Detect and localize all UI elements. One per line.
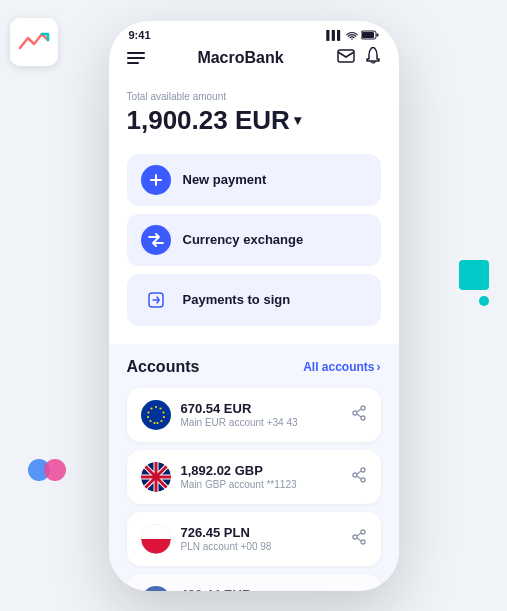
balance-caret[interactable]: ▾ bbox=[294, 112, 301, 128]
svg-point-19 bbox=[150, 407, 152, 409]
all-accounts-link[interactable]: All accounts › bbox=[303, 360, 380, 374]
share-icon-pln-main[interactable] bbox=[351, 529, 367, 548]
accounts-header: Accounts All accounts › bbox=[127, 358, 381, 376]
svg-line-45 bbox=[357, 533, 361, 536]
svg-point-12 bbox=[162, 415, 164, 417]
svg-point-35 bbox=[361, 468, 365, 472]
chevron-right-icon: › bbox=[377, 360, 381, 374]
phone-shell: 9:41 ▌▌▌ MacroBank Total available amoun… bbox=[109, 21, 399, 591]
battery-icon bbox=[361, 30, 379, 40]
payments-to-sign-button[interactable]: Payments to sign bbox=[127, 274, 381, 326]
account-info-gbp-main: 1,892.02 GBP Main GBP account **1123 bbox=[181, 463, 341, 490]
flag-gb bbox=[141, 462, 171, 492]
account-info-eur-2: 480.44 EUR EUR account +65 76 bbox=[181, 587, 341, 591]
balance-amount: 1,900.23 EUR ▾ bbox=[127, 105, 381, 136]
svg-rect-2 bbox=[362, 32, 374, 38]
payments-to-sign-icon bbox=[141, 285, 171, 315]
new-payment-label: New payment bbox=[183, 172, 267, 187]
svg-point-37 bbox=[361, 478, 365, 482]
app-title: MacroBank bbox=[197, 49, 283, 67]
svg-point-47 bbox=[142, 587, 170, 591]
flag-pl bbox=[141, 524, 171, 554]
share-icon-gbp-main[interactable] bbox=[351, 467, 367, 486]
accounts-title: Accounts bbox=[127, 358, 200, 376]
account-name-gbp-main: Main GBP account **1123 bbox=[181, 479, 341, 490]
account-amount-gbp-main: 1,892.02 GBP bbox=[181, 463, 341, 478]
deco-circles bbox=[28, 459, 66, 481]
svg-point-13 bbox=[160, 419, 162, 421]
svg-point-22 bbox=[361, 416, 365, 420]
account-amount-eur-2: 480.44 EUR bbox=[181, 587, 341, 591]
svg-point-44 bbox=[361, 540, 365, 544]
status-bar: 9:41 ▌▌▌ bbox=[109, 21, 399, 41]
account-amount-eur-main: 670.54 EUR bbox=[181, 401, 341, 416]
svg-point-9 bbox=[154, 405, 156, 407]
svg-point-8 bbox=[142, 401, 170, 429]
payments-to-sign-label: Payments to sign bbox=[183, 292, 291, 307]
balance-label: Total available amount bbox=[127, 91, 381, 102]
notification-icon[interactable] bbox=[365, 47, 381, 69]
currency-exchange-label: Currency exchange bbox=[183, 232, 304, 247]
svg-line-24 bbox=[357, 414, 361, 417]
deco-teal-decoration bbox=[459, 260, 489, 306]
account-card-pln-main[interactable]: 726.45 PLN PLN account +00 98 bbox=[127, 512, 381, 566]
svg-line-23 bbox=[357, 409, 361, 412]
svg-point-10 bbox=[159, 407, 161, 409]
svg-line-39 bbox=[357, 476, 361, 479]
status-icons: ▌▌▌ bbox=[326, 30, 378, 40]
account-amount-pln-main: 726.45 PLN bbox=[181, 525, 341, 540]
message-icon[interactable] bbox=[337, 49, 355, 67]
flag-eu-1 bbox=[141, 400, 171, 430]
svg-point-16 bbox=[149, 419, 151, 421]
svg-rect-3 bbox=[338, 50, 354, 62]
svg-point-14 bbox=[156, 421, 158, 423]
app-header: MacroBank bbox=[109, 41, 399, 77]
actions-section: New payment Currency exchange Payments t… bbox=[109, 154, 399, 344]
svg-point-17 bbox=[146, 415, 148, 417]
currency-exchange-button[interactable]: Currency exchange bbox=[127, 214, 381, 266]
account-card-eur-main[interactable]: 670.54 EUR Main EUR account +34 43 bbox=[127, 388, 381, 442]
header-actions bbox=[337, 47, 381, 69]
status-time: 9:41 bbox=[129, 29, 151, 41]
main-content: Total available amount 1,900.23 EUR ▾ Ne… bbox=[109, 77, 399, 591]
balance-section: Total available amount 1,900.23 EUR ▾ bbox=[109, 77, 399, 154]
svg-point-11 bbox=[162, 411, 164, 413]
svg-point-21 bbox=[353, 411, 357, 415]
svg-rect-1 bbox=[376, 33, 378, 36]
signal-icon: ▌▌▌ bbox=[326, 30, 342, 40]
account-card-gbp-main[interactable]: 1,892.02 GBP Main GBP account **1123 bbox=[127, 450, 381, 504]
menu-button[interactable] bbox=[127, 52, 145, 64]
teal-square bbox=[459, 260, 489, 290]
share-icon-eur-main[interactable] bbox=[351, 405, 367, 424]
currency-exchange-icon bbox=[141, 225, 171, 255]
wifi-icon bbox=[346, 30, 358, 40]
svg-line-38 bbox=[357, 471, 361, 474]
svg-point-42 bbox=[361, 530, 365, 534]
new-payment-button[interactable]: New payment bbox=[127, 154, 381, 206]
pink-circle bbox=[44, 459, 66, 481]
all-accounts-label: All accounts bbox=[303, 360, 374, 374]
svg-line-46 bbox=[357, 538, 361, 541]
svg-point-18 bbox=[147, 411, 149, 413]
balance-value: 1,900.23 EUR bbox=[127, 105, 290, 136]
account-info-eur-main: 670.54 EUR Main EUR account +34 43 bbox=[181, 401, 341, 428]
svg-point-36 bbox=[353, 473, 357, 477]
deco-logo bbox=[10, 18, 58, 66]
svg-point-15 bbox=[153, 421, 155, 423]
teal-dot bbox=[479, 296, 489, 306]
account-name-pln-main: PLN account +00 98 bbox=[181, 541, 341, 552]
account-card-eur-2[interactable]: 480.44 EUR EUR account +65 76 bbox=[127, 574, 381, 591]
accounts-section: Accounts All accounts › 670.54 EUR Main … bbox=[109, 344, 399, 591]
account-info-pln-main: 726.45 PLN PLN account +00 98 bbox=[181, 525, 341, 552]
flag-eu-2 bbox=[141, 586, 171, 591]
account-name-eur-main: Main EUR account +34 43 bbox=[181, 417, 341, 428]
new-payment-icon bbox=[141, 165, 171, 195]
svg-point-20 bbox=[361, 406, 365, 410]
svg-point-43 bbox=[353, 535, 357, 539]
